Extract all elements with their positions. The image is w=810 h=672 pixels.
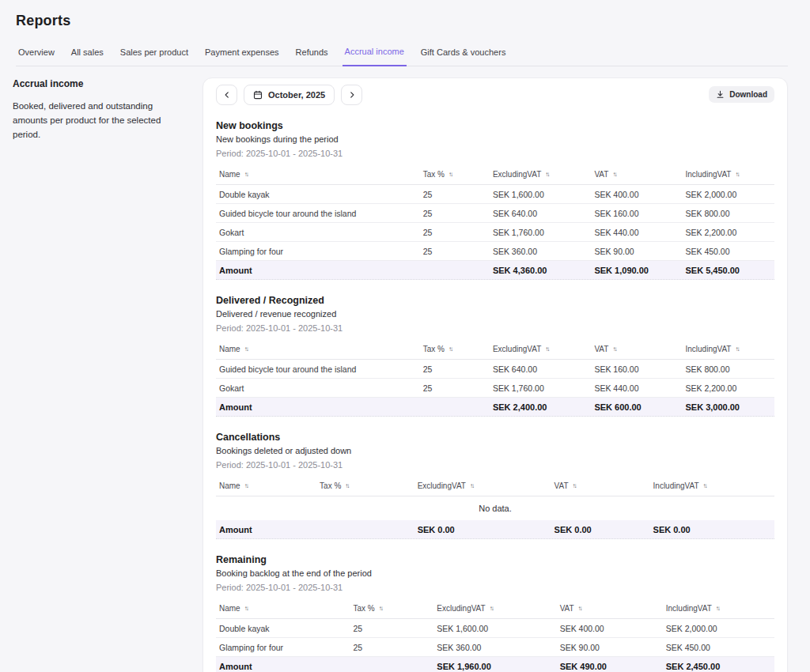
prev-period-button[interactable] bbox=[216, 85, 237, 105]
table-cell: SEK 90.00 bbox=[557, 643, 663, 652]
table-header-row: Name↑↓Tax %↑↓ExcludingVAT↑↓VAT↑↓Includin… bbox=[216, 339, 774, 360]
amount-value: SEK 2,400.00 bbox=[490, 402, 591, 412]
sort-icon: ↑↓ bbox=[345, 482, 350, 489]
sort-icon: ↑↓ bbox=[244, 171, 249, 178]
table-cell: Double kayak bbox=[216, 190, 420, 199]
table-cell: SEK 440.00 bbox=[591, 383, 682, 393]
table-cell: SEK 450.00 bbox=[682, 247, 774, 256]
no-data-row: No data. bbox=[216, 496, 774, 520]
column-header-label: Name bbox=[219, 481, 240, 490]
chevron-right-icon bbox=[348, 91, 356, 99]
table-cell: SEK 1,600.00 bbox=[433, 624, 556, 633]
column-header-excludingvat[interactable]: ExcludingVAT↑↓ bbox=[490, 345, 591, 353]
amount-value: SEK 0.00 bbox=[414, 525, 551, 534]
column-header-includingvat[interactable]: IncludingVAT↑↓ bbox=[663, 604, 774, 613]
download-label: Download bbox=[729, 90, 767, 99]
column-header-includingvat[interactable]: IncludingVAT↑↓ bbox=[682, 170, 774, 179]
column-header-tax[interactable]: Tax %↑↓ bbox=[420, 345, 490, 353]
table-cell: Guided bicycle tour around the island bbox=[216, 209, 420, 218]
column-header-excludingvat[interactable]: ExcludingVAT↑↓ bbox=[414, 481, 551, 490]
table-cell: Glamping for four bbox=[216, 643, 350, 652]
column-header-includingvat[interactable]: IncludingVAT↑↓ bbox=[650, 481, 774, 490]
section-subtitle: New bookings during the period bbox=[216, 134, 774, 144]
report-tabs: OverviewAll salesSales per productPaymen… bbox=[16, 47, 788, 66]
table-cell: SEK 2,000.00 bbox=[682, 190, 774, 199]
column-header-vat[interactable]: VAT↑↓ bbox=[591, 345, 682, 353]
table-cell: Double kayak bbox=[216, 624, 350, 633]
amount-value: SEK 1,960.00 bbox=[433, 662, 556, 671]
table-cell: SEK 800.00 bbox=[682, 209, 774, 218]
report-section-cancellations: CancellationsBookings deleted or adjuste… bbox=[216, 432, 774, 539]
amount-value: SEK 3,000.00 bbox=[682, 402, 774, 412]
section-subtitle: Bookings deleted or adjusted down bbox=[216, 446, 774, 455]
table-row: Guided bicycle tour around the island25S… bbox=[216, 204, 774, 223]
section-period: Period: 2025-10-01 - 2025-10-31 bbox=[216, 460, 774, 470]
tab-refunds[interactable]: Refunds bbox=[293, 47, 331, 66]
column-header-excludingvat[interactable]: ExcludingVAT↑↓ bbox=[490, 170, 591, 179]
column-header-name[interactable]: Name↑↓ bbox=[216, 604, 350, 613]
tab-overview[interactable]: Overview bbox=[16, 47, 57, 66]
table-cell: 25 bbox=[420, 209, 490, 218]
sidebar: Accrual income Booked, delivered and out… bbox=[0, 66, 202, 142]
download-button[interactable]: Download bbox=[709, 86, 774, 103]
period-selector-button[interactable]: October, 2025 bbox=[244, 85, 335, 105]
section-title: Delivered / Recognized bbox=[216, 295, 774, 306]
column-header-label: Name bbox=[219, 170, 240, 179]
tab-sales-per-product[interactable]: Sales per product bbox=[118, 47, 191, 66]
amount-label: Amount bbox=[216, 525, 414, 534]
period-navigation: October, 2025 bbox=[216, 85, 362, 105]
tab-accrual-income[interactable]: Accrual income bbox=[343, 47, 407, 66]
table-cell: SEK 400.00 bbox=[557, 624, 663, 633]
sort-icon: ↑↓ bbox=[612, 171, 617, 178]
column-header-label: ExcludingVAT bbox=[418, 481, 466, 490]
column-header-tax[interactable]: Tax %↑↓ bbox=[420, 170, 490, 179]
tab-all-sales[interactable]: All sales bbox=[69, 47, 106, 66]
next-period-button[interactable] bbox=[341, 85, 362, 105]
column-header-name[interactable]: Name↑↓ bbox=[216, 481, 316, 490]
section-title: Cancellations bbox=[216, 432, 774, 443]
table-header-row: Name↑↓Tax %↑↓ExcludingVAT↑↓VAT↑↓Includin… bbox=[216, 164, 774, 185]
column-header-label: ExcludingVAT bbox=[437, 604, 485, 613]
column-header-label: Tax % bbox=[423, 345, 445, 353]
table-cell: 25 bbox=[350, 624, 433, 633]
content: Accrual income Booked, delivered and out… bbox=[0, 66, 810, 672]
table-header-row: Name↑↓Tax %↑↓ExcludingVAT↑↓VAT↑↓Includin… bbox=[216, 598, 774, 619]
table-cell: SEK 2,000.00 bbox=[663, 624, 774, 633]
toolbar: October, 2025 Download bbox=[216, 85, 774, 105]
column-header-tax[interactable]: Tax %↑↓ bbox=[316, 481, 414, 490]
sort-icon: ↑↓ bbox=[244, 605, 249, 612]
amount-value: SEK 5,450.00 bbox=[682, 266, 774, 275]
column-header-includingvat[interactable]: IncludingVAT↑↓ bbox=[682, 345, 774, 353]
table-row: Double kayak25SEK 1,600.00SEK 400.00SEK … bbox=[216, 185, 774, 204]
table-row: Glamping for four25SEK 360.00SEK 90.00SE… bbox=[216, 242, 774, 261]
section-table: Name↑↓Tax %↑↓ExcludingVAT↑↓VAT↑↓Includin… bbox=[216, 339, 774, 417]
column-header-label: VAT bbox=[560, 604, 574, 613]
column-header-label: Name bbox=[219, 604, 240, 613]
table-cell: SEK 90.00 bbox=[591, 247, 682, 256]
column-header-name[interactable]: Name↑↓ bbox=[216, 170, 420, 179]
table-cell: 25 bbox=[420, 364, 490, 374]
sort-icon: ↑↓ bbox=[545, 345, 550, 353]
column-header-label: VAT bbox=[555, 481, 569, 490]
column-header-vat[interactable]: VAT↑↓ bbox=[551, 481, 650, 490]
column-header-tax[interactable]: Tax %↑↓ bbox=[350, 604, 433, 613]
table-cell: Glamping for four bbox=[216, 247, 420, 256]
table-cell: SEK 400.00 bbox=[591, 190, 682, 199]
column-header-vat[interactable]: VAT↑↓ bbox=[557, 604, 663, 613]
tab-gift-cards-vouchers[interactable]: Gift Cards & vouchers bbox=[418, 47, 509, 66]
column-header-vat[interactable]: VAT↑↓ bbox=[591, 170, 682, 179]
table-cell: SEK 640.00 bbox=[490, 209, 591, 218]
tab-payment-expenses[interactable]: Payment expenses bbox=[202, 47, 282, 66]
amount-row: AmountSEK 1,960.00SEK 490.00SEK 2,450.00 bbox=[216, 657, 774, 672]
amount-label: Amount bbox=[216, 402, 490, 412]
sort-icon: ↑↓ bbox=[573, 482, 577, 489]
table-row: Gokart25SEK 1,760.00SEK 440.00SEK 2,200.… bbox=[216, 223, 774, 242]
calendar-icon bbox=[253, 90, 263, 100]
section-table: Name↑↓Tax %↑↓ExcludingVAT↑↓VAT↑↓Includin… bbox=[216, 164, 774, 280]
table-header-row: Name↑↓Tax %↑↓ExcludingVAT↑↓VAT↑↓Includin… bbox=[216, 476, 774, 496]
column-header-excludingvat[interactable]: ExcludingVAT↑↓ bbox=[433, 604, 556, 613]
section-period: Period: 2025-10-01 - 2025-10-31 bbox=[216, 323, 774, 333]
column-header-name[interactable]: Name↑↓ bbox=[216, 345, 420, 353]
column-header-label: Tax % bbox=[353, 604, 374, 613]
table-cell: 25 bbox=[420, 383, 490, 393]
